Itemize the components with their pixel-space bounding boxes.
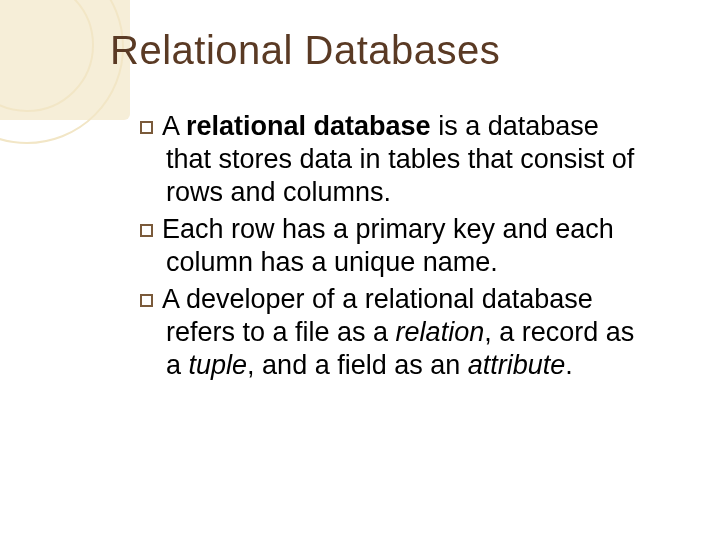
bullet-text-pre: Each row has a primary key and each colu… <box>162 214 614 277</box>
bullet-text-italic: tuple <box>189 350 248 380</box>
bullet-text-pre: A <box>162 111 186 141</box>
bullet-item: Each row has a primary key and each colu… <box>140 213 650 279</box>
bullet-icon <box>140 294 153 307</box>
bullet-text-bold: relational database <box>186 111 431 141</box>
slide: Relational Databases A relational databa… <box>0 0 720 540</box>
bullet-icon <box>140 121 153 134</box>
slide-title: Relational Databases <box>110 28 500 73</box>
bullet-text-italic: attribute <box>468 350 566 380</box>
corner-decoration <box>0 0 160 160</box>
slide-body: A relational database is a database that… <box>140 110 650 386</box>
bullet-icon <box>140 224 153 237</box>
bullet-text-italic: relation <box>396 317 485 347</box>
bullet-text-c: , and a field as an <box>247 350 468 380</box>
bullet-item: A developer of a relational database ref… <box>140 283 650 382</box>
bullet-text-d: . <box>565 350 573 380</box>
bullet-item: A relational database is a database that… <box>140 110 650 209</box>
